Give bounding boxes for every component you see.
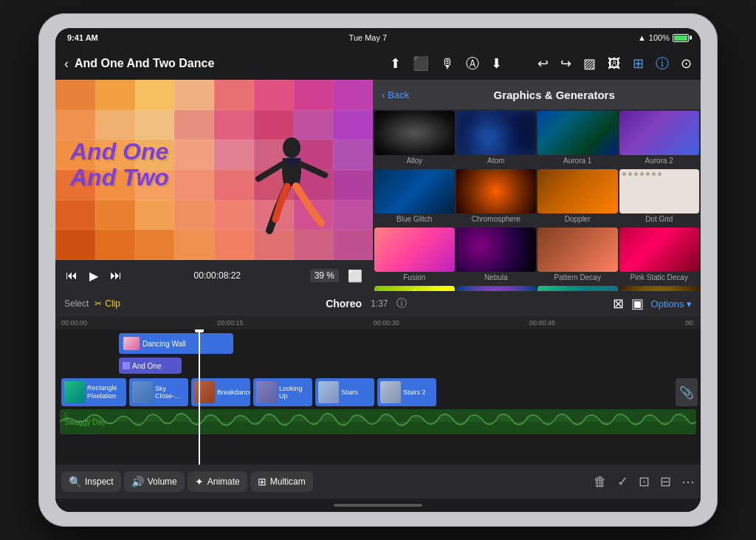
svg-line-1 [258,164,283,179]
generator-doppler[interactable]: Doppler [537,169,618,226]
animate-icon: ✦ [195,476,204,488]
panel-back-button[interactable]: ‹ Back [382,89,409,100]
photo-icon[interactable]: 🖼 [608,56,621,72]
chromosphere-label: Chromosphere [456,213,537,226]
aurora2-thumbnail [619,111,700,155]
audio-view-icon[interactable]: ▣ [631,295,644,312]
generator-alloy[interactable]: Alloy [374,111,455,168]
generator-chromosphere[interactable]: Chromosphere [456,169,537,226]
generator-pattern-decay[interactable]: Pattern Decay [537,228,618,284]
clip-breakdance[interactable]: Breakdance [191,378,250,406]
audio-track-label: Swaggy Day [64,418,106,426]
delete-button[interactable]: 🗑 [594,474,607,490]
clip-stairs[interactable]: Stairs [315,378,374,406]
more-icon[interactable]: ⊙ [681,55,692,72]
attachment-icon: 📎 [679,386,694,400]
photos-icon[interactable]: ▨ [583,55,596,72]
tracks-container: Dancing Wall And One Rectangle Pixelati [55,329,701,465]
clip-attachment-indicator[interactable]: 📎 [676,378,698,406]
checkmark-button[interactable]: ✓ [617,474,628,490]
project-title: And One And Two Dance [75,57,384,70]
audio-track-row: Swaggy Day ♫ [58,409,698,436]
doppler-label: Doppler [537,213,618,226]
info-circle-icon[interactable]: ⓘ [396,297,407,310]
timeline-ruler: 00:00:00 00:00:15 00:00:30 00:00:45 00: [55,316,701,329]
back-button[interactable]: ‹ [64,56,69,72]
video-preview: And One And Two [55,80,373,260]
pink-static-thumbnail [619,228,700,272]
clip-sky-close[interactable]: Sky Close-... [129,378,188,406]
clip-rect-pixelation[interactable]: Rectangle Pixelation [61,378,126,406]
volume-button[interactable]: 🔊 Volume [124,471,185,492]
text-icon[interactable]: Ⓐ [466,55,479,72]
play-button[interactable]: ▶ [86,267,101,284]
generator-atom[interactable]: Atom [456,111,537,168]
aurora2-label: Aurora 2 [619,155,700,168]
generator-fusion[interactable]: Fusion [374,228,455,284]
camera-icon[interactable]: ⬛ [413,55,429,72]
mic-icon[interactable]: 🎙 [441,56,454,72]
choreo-duration: 1:37 [371,298,388,309]
skip-back-button[interactable]: ⏮ [63,267,80,284]
breakdance-thumb [194,381,215,403]
generator-ripple[interactable]: Ripple [619,286,700,291]
ipad-screen: 9:41 AM Tue May 7 ▲ 100% ‹ And One And T… [55,28,701,512]
generator-pink-static[interactable]: Pink Static Decay [619,228,700,284]
multicam-icon: ⊞ [258,476,267,488]
blue-glitch-label: Blue Glitch [374,213,455,226]
clip-looking-up-label: Looking Up [279,385,309,400]
timeline-actions: ⊠ ▣ Options ▾ [613,295,692,312]
rect-pixelation-thumbnail [537,286,618,291]
ruler-mark-4: 00: [685,319,695,327]
status-time: 9:41 AM [67,33,98,42]
generator-radiance[interactable]: Radiance [456,286,537,291]
generator-nebula[interactable]: Nebula [456,228,537,284]
ripple-thumbnail [619,286,700,291]
clip-icon: ✂ [94,298,102,309]
select-label: Select [64,298,89,309]
ruler-mark-3: 00:00:45 [529,319,555,327]
undo-icon[interactable]: ↩ [537,55,549,72]
wifi-icon: ▲ [638,33,646,42]
generator-dot-grid[interactable]: Dot Grid [619,169,700,226]
clip-and-one[interactable]: And One [119,358,182,374]
ipad-device: 9:41 AM Tue May 7 ▲ 100% ‹ And One And T… [38,13,718,527]
volume-icon: 🔊 [131,476,144,488]
redo-icon[interactable]: ↪ [560,55,571,72]
ruler-mark-2: 00:00:30 [374,319,399,327]
dot-grid-thumbnail [619,169,700,213]
toolbar-right-actions: 🗑 ✓ ⊡ ⊟ ⋯ [594,474,695,490]
generator-blue-glitch[interactable]: Blue Glitch [374,169,455,226]
generator-aurora2[interactable]: Aurora 2 [619,111,700,168]
playhead [199,329,200,465]
clip-looking-up[interactable]: Looking Up [253,378,312,406]
atom-label: Atom [456,155,537,168]
info-icon[interactable]: ⓘ [656,55,669,72]
skip-forward-button[interactable]: ⏭ [107,267,125,284]
fullscreen-button[interactable]: ⬜ [345,267,365,284]
generators-grid: Alloy Atom Aurora 1 Aurora 2 [373,109,701,291]
inspect-button[interactable]: 🔍 Inspect [61,471,121,492]
animate-button[interactable]: ✦ Animate [188,471,247,492]
generators-icon[interactable]: ⊞ [633,55,644,72]
dancer-figure [255,134,329,253]
options-button[interactable]: Options ▾ [651,298,692,310]
ruler-mark-0: 00:00:00 [61,319,87,327]
title-actions: ⬆ ⬛ 🎙 Ⓐ ⬇ ↩ ↪ ▨ 🖼 ⊞ ⓘ ⊙ [390,55,692,72]
generator-aurora1[interactable]: Aurora 1 [537,111,618,168]
video-title-overlay: And One And Two [70,139,169,191]
audio-detach-icon[interactable]: ⊠ [613,295,624,312]
clip-stairs2[interactable]: Stairs 2 [377,378,436,406]
more-button[interactable]: ⋯ [681,474,695,490]
import-icon[interactable]: ⬇ [491,55,502,72]
timeline-header: Select ✂ Clip Choreo 1:37 ⓘ ⊠ ▣ Options … [55,291,701,316]
crop-button[interactable]: ⊡ [639,474,650,490]
share-icon[interactable]: ⬆ [390,55,401,72]
generator-prism[interactable]: Prism [374,286,455,291]
audio-track[interactable]: Swaggy Day ♫ [60,409,696,434]
clip-dancing-wall[interactable]: Dancing Wall [119,333,233,354]
split-button[interactable]: ⊟ [660,474,671,490]
generator-rect-pixelation[interactable]: Rectangle Pixelation [537,286,618,291]
multicam-button[interactable]: ⊞ Multicam [250,471,313,492]
main-content: And One And Two [55,80,701,291]
